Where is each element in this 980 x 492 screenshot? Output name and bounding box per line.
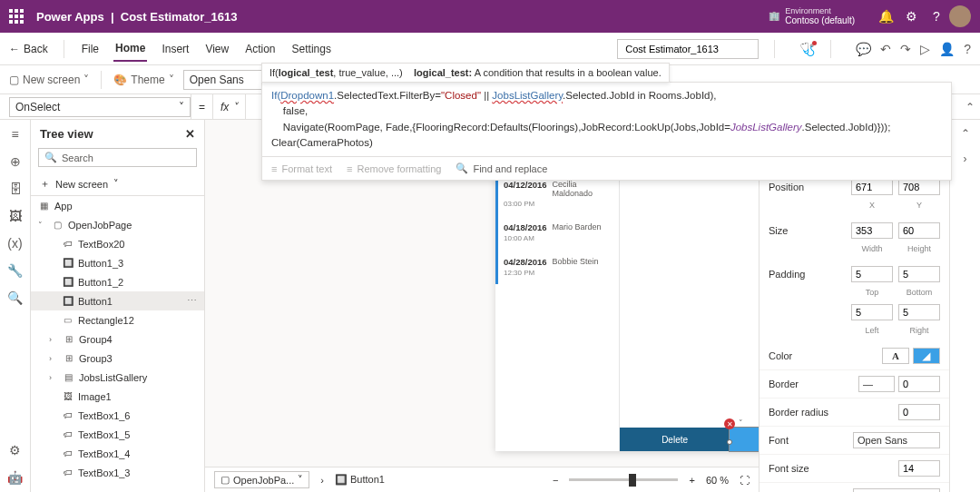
chevron-down-icon[interactable]: ˅ [739, 418, 743, 428]
tree-item[interactable]: ▭Rectangle12 [31, 310, 204, 330]
border-width-input[interactable] [898, 376, 940, 392]
comments-icon[interactable]: 💬 [856, 42, 871, 56]
breadcrumb-control[interactable]: 🔲 Button1 [335, 474, 385, 486]
tree-item[interactable]: 🏷TextBox1_4 [31, 444, 204, 463]
padding-right-input[interactable] [898, 304, 940, 320]
settings-icon[interactable]: ⚙ [898, 9, 924, 24]
padding-top-input[interactable] [851, 266, 893, 282]
property-select[interactable]: OnSelect˅ [9, 97, 191, 117]
formula-expand-up-icon[interactable]: ⌃ [960, 101, 980, 113]
tab-home[interactable]: Home [113, 36, 147, 62]
tree-item[interactable]: ›⊞Group3 [31, 349, 204, 368]
jobs-list: 03/25/2016David Vaskovo12:30 PM 04/12/20… [495, 138, 620, 451]
fx-icon[interactable]: fx ˅ [213, 94, 246, 119]
tab-action[interactable]: Action [243, 37, 277, 61]
app-name-input[interactable] [617, 39, 759, 59]
notifications-icon[interactable]: 🔔 [873, 9, 898, 24]
tree-close-icon[interactable]: ✕ [185, 127, 195, 141]
breadcrumb-screen[interactable]: ▢ OpenJobPa... ˅ [214, 471, 309, 488]
tree-title: Tree view [40, 127, 93, 141]
new-screen-button[interactable]: ▢ New screen ˅ [9, 74, 89, 86]
avatar[interactable] [949, 5, 971, 27]
equals-icon: = [191, 94, 213, 119]
tree-item[interactable]: ›⊞Group4 [31, 330, 204, 349]
tree-screen-node[interactable]: ˅▢OpenJobPage [31, 215, 204, 234]
advanced-tools-icon[interactable]: 🔧 [7, 263, 23, 278]
delete-button[interactable]: Delete [620, 428, 730, 451]
media-icon[interactable]: 🖼 [9, 209, 22, 223]
tree-item[interactable]: 🔲Button1_2 [31, 272, 204, 291]
properties-expand-icon[interactable]: › [964, 153, 967, 165]
tree-search[interactable]: 🔍 Search [38, 148, 197, 167]
font-weight-select[interactable]: B Semibold [853, 488, 940, 492]
environment-picker[interactable]: 🏢 EnvironmentContoso (default) [769, 7, 855, 26]
back-button[interactable]: ← Back [9, 43, 48, 55]
header-title: Power Apps | Cost Estimator_1613 [36, 10, 237, 24]
ribbon: ← Back File Home Insert View Action Sett… [0, 33, 980, 65]
tree-new-screen[interactable]: ＋ New screen ˅ [31, 172, 204, 196]
virtual-agent-icon[interactable]: 🤖 [7, 470, 23, 485]
settings-rail-icon[interactable]: ⚙ [9, 443, 21, 458]
tree-item[interactable]: ›▤JobsListGallery [31, 368, 204, 387]
waffle-icon[interactable] [9, 9, 24, 24]
width-input[interactable] [851, 222, 893, 239]
position-y-input[interactable] [898, 179, 940, 195]
left-rail: ≡ ⊕ 🗄 🖼 (x) 🔧 🔍 ⚙ 🤖 [0, 120, 31, 492]
tree-item-more-icon[interactable]: ⋯ [187, 295, 197, 307]
fill-color-chip[interactable]: ◢ [913, 348, 940, 364]
error-badge-icon[interactable]: ✕ [724, 418, 735, 429]
tab-settings[interactable]: Settings [290, 37, 333, 61]
formula-editor[interactable]: If(Dropdown1.SelectedText.FilterBy="Clos… [261, 82, 952, 181]
variables-icon[interactable]: (x) [7, 236, 22, 251]
format-text-button: ≡ Format text [271, 162, 332, 174]
zoom-in-icon[interactable]: + [689, 475, 694, 486]
border-radius-input[interactable] [898, 404, 940, 420]
search-rail-icon[interactable]: 🔍 [7, 290, 23, 305]
tree-item[interactable]: 🏷TextBox1_6 [31, 406, 204, 425]
tree-app-node[interactable]: ▦App [31, 196, 204, 215]
fit-screen-icon[interactable]: ⛶ [740, 475, 750, 486]
tab-insert[interactable]: Insert [160, 37, 191, 61]
tree-item-selected[interactable]: 🔲Button1⋯ [31, 291, 204, 310]
zoom-out-icon[interactable]: − [553, 475, 558, 486]
share-icon[interactable]: 👤 [939, 42, 955, 56]
app-checker-icon[interactable]: 🩺 [799, 42, 815, 56]
zoom-slider[interactable] [569, 478, 678, 481]
begin-estimate-button[interactable]: Begin estimate ✕ ˅ [730, 428, 759, 451]
list-item[interactable]: 04/18/2016Mario Barden10:00 AM [495, 215, 619, 250]
tree-panel: Tree view✕ 🔍 Search ＋ New screen ˅ ▦App … [31, 120, 205, 492]
tree-item[interactable]: 🖼Image1 [31, 387, 204, 406]
padding-bottom-input[interactable] [898, 266, 940, 282]
zoom-level: 60 % [706, 475, 729, 486]
border-style-select[interactable]: — [858, 376, 895, 392]
position-x-input[interactable] [851, 179, 893, 195]
height-input[interactable] [898, 222, 940, 239]
text-color-chip[interactable]: A [882, 348, 909, 364]
data-icon[interactable]: 🗄 [9, 182, 22, 196]
font-size-input[interactable] [898, 460, 940, 477]
preview-icon[interactable]: ▷ [920, 42, 930, 56]
find-replace-button[interactable]: 🔍 Find and replace [456, 162, 547, 174]
ribbon-help-icon[interactable]: ? [964, 42, 971, 56]
tree-item[interactable]: 🏷TextBox1_5 [31, 425, 204, 444]
environment-icon: 🏢 [769, 11, 779, 21]
redo-icon[interactable]: ↷ [900, 42, 911, 56]
right-rail: ⌃ › [949, 120, 980, 492]
list-item[interactable]: 04/28/2016Bobbie Stein12:30 PM [495, 250, 619, 284]
font-select[interactable]: Open Sans [853, 432, 940, 448]
formula-intellisense: If(logical_test, true_value, ...) logica… [261, 63, 670, 83]
properties-collapse-icon[interactable]: ⌃ [961, 127, 970, 140]
insert-icon[interactable]: ⊕ [10, 154, 21, 169]
canvas-footer: ▢ OpenJobPa... ˅ › 🔲 Button1 − + 60 % ⛶ [205, 467, 759, 492]
undo-icon[interactable]: ↶ [880, 42, 891, 56]
tab-view[interactable]: View [203, 37, 230, 61]
tree-item[interactable]: 🔲Button1_3 [31, 253, 204, 272]
help-icon[interactable]: ? [924, 9, 949, 24]
theme-button[interactable]: 🎨 Theme ˅ [113, 74, 173, 86]
font-picker[interactable]: Open Sans [183, 70, 265, 90]
tab-file[interactable]: File [80, 37, 101, 61]
tree-item[interactable]: 🏷TextBox1_3 [31, 463, 204, 482]
padding-left-input[interactable] [851, 304, 893, 320]
tree-item[interactable]: 🏷TextBox20 [31, 234, 204, 253]
tree-view-icon[interactable]: ≡ [11, 127, 18, 142]
